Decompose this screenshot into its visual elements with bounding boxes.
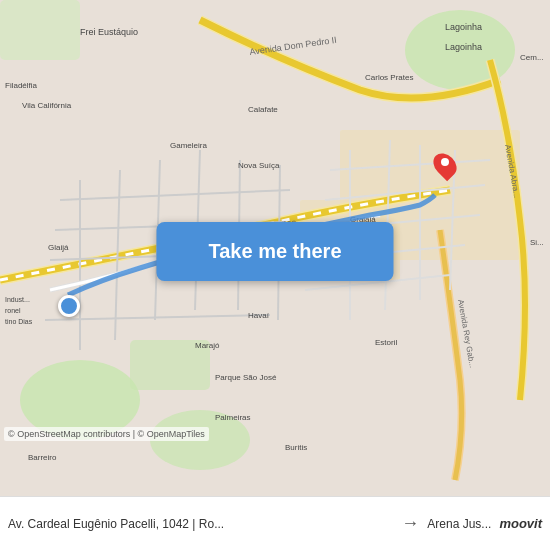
- take-me-there-button[interactable]: Take me there: [156, 222, 393, 281]
- svg-text:Glaijá: Glaijá: [48, 243, 69, 252]
- svg-text:Vila Califórnia: Vila Califórnia: [22, 101, 72, 110]
- bottom-bar: Av. Cardeal Eugênio Pacelli, 1042 | Ro..…: [0, 496, 550, 550]
- svg-text:Si...: Si...: [530, 238, 544, 247]
- arrow-icon: →: [401, 513, 419, 534]
- svg-text:Marajó: Marajó: [195, 341, 220, 350]
- svg-text:Havaí: Havaí: [248, 311, 270, 320]
- svg-text:Cem...: Cem...: [520, 53, 544, 62]
- svg-text:Estoril: Estoril: [375, 338, 397, 347]
- svg-text:Palmeiras: Palmeiras: [215, 413, 251, 422]
- svg-text:Gameleira: Gameleira: [170, 141, 207, 150]
- map-attribution: © OpenStreetMap contributors | © OpenMap…: [4, 427, 209, 441]
- svg-text:Nova Suíça: Nova Suíça: [238, 161, 280, 170]
- app: Frei Eustáquio Lagoinha Lagoinha Vila Ca…: [0, 0, 550, 550]
- svg-text:ronel: ronel: [5, 307, 21, 314]
- svg-text:Calafate: Calafate: [248, 105, 278, 114]
- map-container: Frei Eustáquio Lagoinha Lagoinha Vila Ca…: [0, 0, 550, 496]
- svg-text:Carlos Prates: Carlos Prates: [365, 73, 413, 82]
- svg-text:Indust...: Indust...: [5, 296, 30, 303]
- destination-text: Arena Jus...: [427, 517, 491, 531]
- svg-text:Parque São José: Parque São José: [215, 373, 277, 382]
- svg-text:Lagoinha: Lagoinha: [445, 22, 482, 32]
- svg-text:Buritis: Buritis: [285, 443, 307, 452]
- svg-text:Frei Eustáquio: Frei Eustáquio: [80, 27, 138, 37]
- moovit-logo: moovit: [499, 516, 542, 531]
- svg-rect-5: [0, 0, 80, 60]
- svg-text:Barreiro: Barreiro: [28, 453, 57, 462]
- svg-text:tino Dias: tino Dias: [5, 318, 33, 325]
- origin-text: Av. Cardeal Eugênio Pacelli, 1042 | Ro..…: [8, 517, 393, 531]
- origin-info: Av. Cardeal Eugênio Pacelli, 1042 | Ro..…: [8, 517, 393, 531]
- svg-text:Lagoinha: Lagoinha: [445, 42, 482, 52]
- origin-pin: [58, 295, 80, 317]
- svg-text:Filadélfia: Filadélfia: [5, 81, 38, 90]
